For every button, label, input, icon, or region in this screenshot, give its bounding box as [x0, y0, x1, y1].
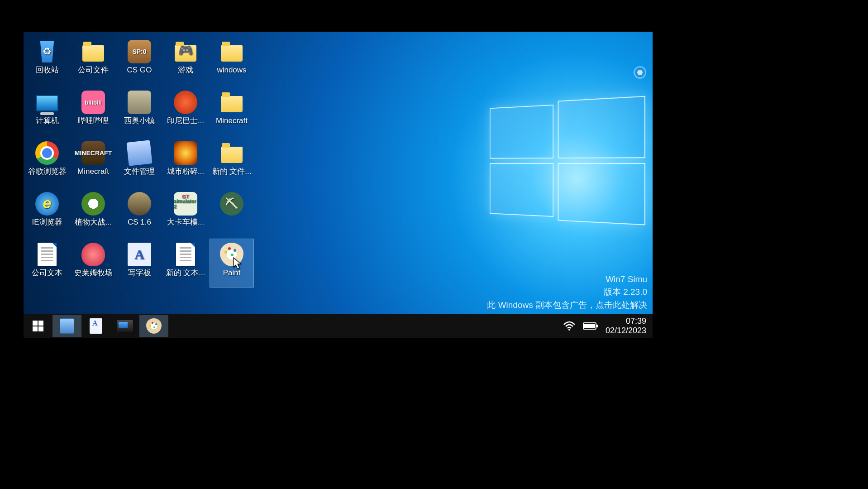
icon-label: 新的 文本... — [166, 269, 205, 278]
icon-label: 新的 文件... — [212, 168, 252, 176]
desktop-icon-city-smash[interactable]: 城市粉碎... — [164, 138, 207, 186]
system-clock[interactable]: 07:39 02/12/2023 — [606, 316, 646, 335]
paint-icon — [146, 318, 162, 334]
icon-label: 计算机 — [36, 117, 59, 125]
desktop-icon-paint[interactable]: Paint — [210, 239, 253, 287]
desktop-icon-indo-bus[interactable]: 印尼巴士... — [164, 87, 207, 135]
desktop-icon-chrome[interactable]: 谷歌浏览器 — [25, 138, 69, 186]
icon-label: 谷歌浏览器 — [28, 168, 67, 176]
icon-label: Minecraft — [77, 168, 109, 176]
desktop-icon-file-manager[interactable]: 文件管理 — [118, 138, 161, 186]
taskbar-start-button[interactable] — [24, 315, 52, 337]
ie-icon — [34, 191, 60, 216]
mc-icon: MINECRAFT — [81, 140, 106, 166]
desktop-icon-minecraft-folder[interactable]: Minecraft — [210, 87, 253, 135]
taskbar-left — [24, 314, 168, 338]
desktop-icon-toolbox[interactable] — [210, 188, 253, 236]
taskbar-right: 07:39 02/12/2023 — [563, 316, 653, 335]
desktop-icon-cs16[interactable]: CS 1.6 — [118, 188, 161, 236]
icon-label: 植物大战... — [75, 218, 112, 227]
folder-icon — [219, 90, 244, 115]
desktop-icon-windows-folder[interactable]: windows — [210, 36, 253, 84]
icon-label: CS 1.6 — [128, 218, 151, 227]
icon-label: Paint — [223, 269, 241, 278]
desktop-icon-theotown[interactable]: 西奥小镇 — [118, 87, 161, 135]
icon-label: 哔哩哔哩 — [78, 117, 109, 125]
computer-icon — [34, 90, 60, 115]
wordpad-icon — [90, 318, 102, 334]
wifi-icon[interactable] — [563, 321, 576, 331]
icon-label: 史莱姆牧场 — [74, 269, 113, 278]
computer-props-icon — [117, 320, 133, 332]
desktop-icon-computer[interactable]: 计算机 — [25, 87, 69, 135]
icon-label: 西奥小镇 — [124, 117, 155, 125]
calculator-icon — [60, 318, 74, 334]
svg-point-0 — [568, 329, 570, 331]
desktop-icon-new-folder[interactable]: 新的 文件... — [210, 138, 253, 186]
battery-icon[interactable] — [583, 322, 598, 330]
watermark-title: Win7 Simu — [487, 273, 647, 286]
icon-label: 大卡车模... — [167, 218, 204, 227]
xmod-icon — [219, 191, 244, 216]
csgo-icon: SP:0 — [127, 39, 152, 64]
desktop-icon-minecraft[interactable]: MINECRAFTMinecraft — [72, 138, 115, 186]
folder-icon — [219, 140, 244, 166]
icon-label: 文件管理 — [124, 168, 155, 176]
icon-label: 游戏 — [178, 66, 193, 75]
desktop-icon-truck-sim[interactable]: simulator 2大卡车模... — [164, 188, 207, 236]
clock-date: 02/12/2023 — [606, 326, 646, 336]
notepad-icon — [127, 140, 152, 166]
activation-watermark[interactable]: Win7 Simu 版本 2.23.0 此 Windows 副本包含广告，点击此… — [487, 273, 647, 312]
desktop-screen: 回收站公司文件SP:0CS GO🎮游戏windows计算机bilibili哔哩哔… — [24, 32, 653, 338]
desktop-icon-csgo[interactable]: SP:0CS GO — [118, 36, 161, 84]
cs16-icon — [127, 191, 152, 216]
icon-label: 印尼巴士... — [167, 117, 204, 125]
icon-label: 城市粉碎... — [167, 168, 204, 176]
paint-icon — [219, 242, 244, 267]
icon-label: 回收站 — [36, 66, 59, 75]
icon-label: IE浏览器 — [32, 218, 62, 227]
icon-label: 公司文件 — [78, 66, 109, 75]
icon-label: 公司文本 — [32, 269, 62, 278]
slime-icon — [81, 242, 106, 267]
bili-icon: bilibili — [81, 90, 106, 115]
taskbar-wordpad-button[interactable] — [81, 315, 110, 337]
chrome-icon — [34, 140, 60, 166]
desktop-icon-wordpad[interactable]: A写字板 — [118, 239, 161, 287]
town-icon — [127, 90, 152, 115]
desktop-icon-new-text[interactable]: 新的 文本... — [164, 239, 207, 287]
folder-icon — [219, 39, 244, 64]
taskbar-paint-button[interactable] — [139, 315, 168, 337]
watermark-message: 此 Windows 副本包含广告，点击此处解决 — [487, 299, 647, 312]
icon-label: windows — [217, 66, 246, 75]
icon-label: 写字板 — [128, 269, 151, 278]
desktop-icon-recycle-bin[interactable]: 回收站 — [25, 36, 69, 84]
taskbar: 07:39 02/12/2023 — [24, 314, 653, 338]
desktop-icon-slime-ranch[interactable]: 史莱姆牧场 — [72, 239, 115, 287]
taskbar-computer-props-button[interactable] — [110, 315, 139, 337]
watermark-version: 版本 2.23.0 — [487, 286, 647, 299]
desktop-icon-company-folder[interactable]: 公司文件 — [72, 36, 115, 84]
clock-time: 07:39 — [606, 316, 646, 326]
windows-logo-backdrop — [490, 100, 645, 226]
desktop-icon-games-folder[interactable]: 🎮游戏 — [164, 36, 207, 84]
desktop-icon-grid: 回收站公司文件SP:0CS GO🎮游戏windows计算机bilibili哔哩哔… — [25, 36, 256, 290]
icon-label: Minecraft — [216, 117, 248, 125]
text-document-icon — [173, 242, 198, 267]
svg-rect-3 — [584, 324, 595, 328]
desktop-icon-ie[interactable]: IE浏览器 — [25, 188, 69, 236]
plant-icon — [81, 191, 106, 216]
desktop-icon-bilibili[interactable]: bilibili哔哩哔哩 — [72, 87, 115, 135]
desktop-icon-company-text[interactable]: 公司文本 — [25, 239, 69, 287]
taskbar-calculator-button[interactable] — [52, 315, 81, 337]
wordpad-icon: A — [127, 242, 152, 267]
text-document-icon — [34, 242, 60, 267]
bus-icon — [173, 90, 198, 115]
svg-rect-2 — [596, 325, 598, 327]
record-indicator-icon — [634, 66, 646, 79]
recycle-bin-icon — [34, 39, 60, 64]
start-icon — [33, 321, 43, 331]
icon-label: CS GO — [127, 66, 152, 75]
nuke-icon — [173, 140, 198, 166]
desktop-icon-pvz[interactable]: 植物大战... — [72, 188, 115, 236]
